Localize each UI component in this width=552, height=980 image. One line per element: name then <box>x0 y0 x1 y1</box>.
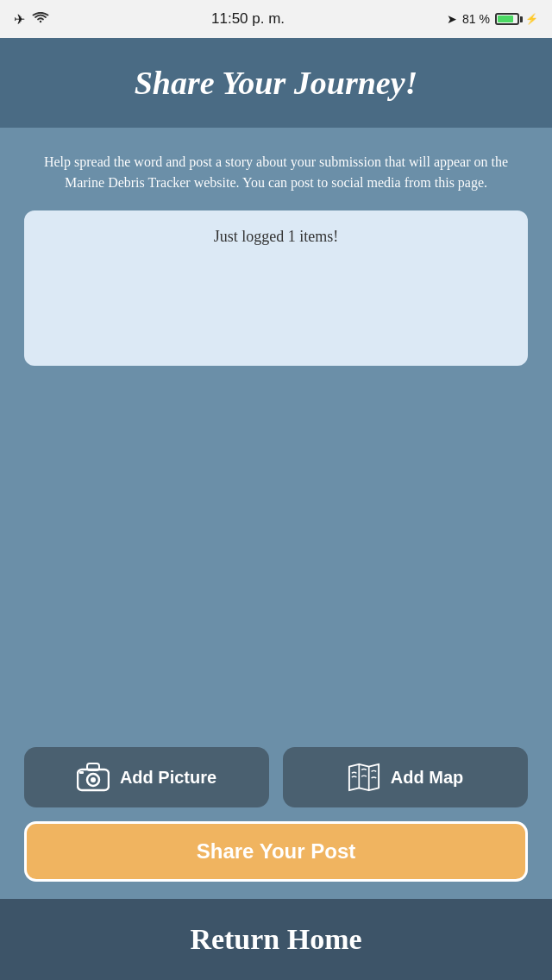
add-map-button[interactable]: Add Map <box>283 747 528 807</box>
main-content: Help spread the word and post a story ab… <box>0 128 552 899</box>
location-icon: ➤ <box>447 12 457 26</box>
status-right: ➤ 81 % ⚡ <box>447 12 538 26</box>
map-icon <box>348 763 380 792</box>
share-post-button[interactable]: Share Your Post <box>24 821 528 882</box>
wifi-icon <box>32 12 49 27</box>
status-time: 11:50 p. m. <box>211 10 285 28</box>
post-text: Just logged 1 items! <box>214 228 339 246</box>
add-picture-label: Add Picture <box>120 768 216 788</box>
airplane-icon: ✈ <box>14 11 25 28</box>
add-picture-button[interactable]: Add Picture <box>24 747 269 807</box>
battery-percent: 81 % <box>462 12 490 26</box>
add-map-label: Add Map <box>391 768 463 788</box>
camera-icon <box>77 763 110 792</box>
battery-icon: ⚡ <box>495 13 538 25</box>
footer[interactable]: Return Home <box>0 899 552 980</box>
page-title: Share Your Journey! <box>17 64 535 102</box>
return-home-button[interactable]: Return Home <box>190 923 361 955</box>
status-left: ✈ <box>14 11 49 28</box>
share-post-label: Share Your Post <box>197 839 356 863</box>
post-text-area[interactable]: Just logged 1 items! <box>24 210 528 366</box>
button-row: Add Picture Add Map <box>24 747 528 807</box>
svg-point-2 <box>91 777 96 782</box>
description-text: Help spread the word and post a story ab… <box>24 152 528 193</box>
svg-rect-4 <box>79 771 84 774</box>
header: Share Your Journey! <box>0 38 552 128</box>
status-bar: ✈ 11:50 p. m. ➤ 81 % ⚡ <box>0 0 552 38</box>
